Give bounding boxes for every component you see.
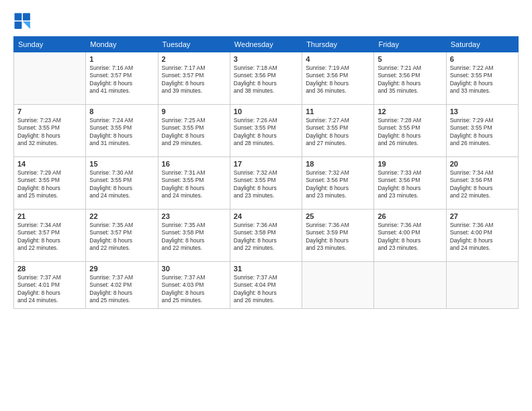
day-number: 1 — [89, 55, 154, 63]
calendar-cell: 3Sunrise: 7:18 AM Sunset: 3:56 PM Daylig… — [230, 52, 302, 105]
day-number: 5 — [378, 55, 442, 63]
weekday-header-monday: Monday — [86, 37, 158, 52]
weekday-header-tuesday: Tuesday — [158, 37, 230, 52]
calendar-cell: 21Sunrise: 7:34 AM Sunset: 3:57 PM Dayli… — [14, 210, 86, 262]
calendar-cell: 9Sunrise: 7:25 AM Sunset: 3:55 PM Daylig… — [158, 105, 230, 157]
week-row-3: 14Sunrise: 7:29 AM Sunset: 3:55 PM Dayli… — [14, 157, 519, 210]
calendar-cell: 23Sunrise: 7:35 AM Sunset: 3:58 PM Dayli… — [158, 210, 230, 262]
calendar-cell: 1Sunrise: 7:16 AM Sunset: 3:57 PM Daylig… — [86, 52, 158, 105]
day-number: 19 — [378, 160, 442, 168]
day-number: 7 — [17, 107, 82, 116]
day-number: 9 — [162, 107, 226, 116]
header — [13, 12, 519, 31]
day-info: Sunrise: 7:34 AM Sunset: 3:56 PM Dayligh… — [450, 169, 515, 200]
day-info: Sunrise: 7:31 AM Sunset: 3:55 PM Dayligh… — [162, 169, 226, 200]
day-number: 20 — [450, 160, 515, 168]
day-info: Sunrise: 7:32 AM Sunset: 3:55 PM Dayligh… — [234, 169, 298, 200]
day-info: Sunrise: 7:37 AM Sunset: 4:01 PM Dayligh… — [17, 274, 82, 305]
day-number: 11 — [306, 107, 370, 116]
day-info: Sunrise: 7:19 AM Sunset: 3:56 PM Dayligh… — [306, 64, 370, 95]
day-info: Sunrise: 7:37 AM Sunset: 4:03 PM Dayligh… — [162, 274, 226, 305]
day-info: Sunrise: 7:23 AM Sunset: 3:55 PM Dayligh… — [17, 117, 82, 148]
day-info: Sunrise: 7:36 AM Sunset: 3:58 PM Dayligh… — [234, 222, 298, 253]
weekday-header-thursday: Thursday — [302, 37, 374, 52]
day-info: Sunrise: 7:18 AM Sunset: 3:56 PM Dayligh… — [234, 64, 298, 95]
calendar-cell: 11Sunrise: 7:27 AM Sunset: 3:55 PM Dayli… — [302, 105, 374, 157]
calendar-cell: 7Sunrise: 7:23 AM Sunset: 3:55 PM Daylig… — [14, 105, 86, 157]
day-number: 10 — [234, 107, 298, 116]
calendar-cell: 8Sunrise: 7:24 AM Sunset: 3:55 PM Daylig… — [86, 105, 158, 157]
day-number: 17 — [234, 160, 298, 168]
day-number: 26 — [378, 212, 442, 220]
weekday-header-friday: Friday — [374, 37, 446, 52]
day-number: 21 — [17, 212, 82, 220]
day-number: 28 — [17, 265, 82, 273]
day-number: 22 — [89, 212, 154, 220]
day-info: Sunrise: 7:34 AM Sunset: 3:57 PM Dayligh… — [17, 222, 82, 253]
day-number: 14 — [17, 160, 82, 168]
day-number: 16 — [162, 160, 226, 168]
calendar-cell — [446, 262, 518, 309]
calendar-cell: 31Sunrise: 7:37 AM Sunset: 4:04 PM Dayli… — [230, 262, 302, 309]
svg-rect-2 — [15, 21, 22, 29]
day-number: 27 — [450, 212, 515, 220]
day-info: Sunrise: 7:35 AM Sunset: 3:58 PM Dayligh… — [162, 222, 226, 253]
calendar-cell: 12Sunrise: 7:28 AM Sunset: 3:55 PM Dayli… — [374, 105, 446, 157]
day-number: 12 — [378, 107, 442, 116]
weekday-header-row: SundayMondayTuesdayWednesdayThursdayFrid… — [14, 37, 519, 52]
day-info: Sunrise: 7:36 AM Sunset: 4:00 PM Dayligh… — [450, 222, 515, 253]
day-number: 31 — [234, 265, 298, 273]
week-row-4: 21Sunrise: 7:34 AM Sunset: 3:57 PM Dayli… — [14, 210, 519, 262]
day-number: 24 — [234, 212, 298, 220]
calendar-cell: 22Sunrise: 7:35 AM Sunset: 3:57 PM Dayli… — [86, 210, 158, 262]
calendar-cell: 19Sunrise: 7:33 AM Sunset: 3:56 PM Dayli… — [374, 157, 446, 210]
calendar-cell: 18Sunrise: 7:32 AM Sunset: 3:56 PM Dayli… — [302, 157, 374, 210]
calendar-cell: 6Sunrise: 7:22 AM Sunset: 3:55 PM Daylig… — [446, 52, 518, 105]
day-number: 13 — [450, 107, 515, 116]
calendar-cell: 4Sunrise: 7:19 AM Sunset: 3:56 PM Daylig… — [302, 52, 374, 105]
svg-rect-1 — [23, 13, 30, 21]
calendar-table: SundayMondayTuesdayWednesdayThursdayFrid… — [13, 36, 519, 309]
calendar-cell: 15Sunrise: 7:30 AM Sunset: 3:55 PM Dayli… — [86, 157, 158, 210]
calendar-cell: 29Sunrise: 7:37 AM Sunset: 4:02 PM Dayli… — [86, 262, 158, 309]
weekday-header-saturday: Saturday — [446, 37, 518, 52]
day-info: Sunrise: 7:36 AM Sunset: 4:00 PM Dayligh… — [378, 222, 442, 253]
weekday-header-sunday: Sunday — [14, 37, 86, 52]
day-info: Sunrise: 7:29 AM Sunset: 3:55 PM Dayligh… — [17, 169, 82, 200]
calendar-cell: 28Sunrise: 7:37 AM Sunset: 4:01 PM Dayli… — [14, 262, 86, 309]
day-info: Sunrise: 7:28 AM Sunset: 3:55 PM Dayligh… — [378, 117, 442, 148]
calendar-cell: 27Sunrise: 7:36 AM Sunset: 4:00 PM Dayli… — [446, 210, 518, 262]
day-info: Sunrise: 7:37 AM Sunset: 4:02 PM Dayligh… — [89, 274, 154, 305]
day-info: Sunrise: 7:27 AM Sunset: 3:55 PM Dayligh… — [306, 117, 370, 148]
day-number: 8 — [89, 107, 154, 116]
logo-icon — [13, 12, 32, 31]
calendar-cell: 5Sunrise: 7:21 AM Sunset: 3:56 PM Daylig… — [374, 52, 446, 105]
day-number: 29 — [89, 265, 154, 273]
day-info: Sunrise: 7:29 AM Sunset: 3:55 PM Dayligh… — [450, 117, 515, 148]
day-number: 30 — [162, 265, 226, 273]
svg-rect-0 — [15, 13, 22, 21]
day-number: 25 — [306, 212, 370, 220]
svg-marker-3 — [23, 21, 30, 29]
calendar-cell: 24Sunrise: 7:36 AM Sunset: 3:58 PM Dayli… — [230, 210, 302, 262]
week-row-5: 28Sunrise: 7:37 AM Sunset: 4:01 PM Dayli… — [14, 262, 519, 309]
day-number: 15 — [89, 160, 154, 168]
calendar-cell — [374, 262, 446, 309]
calendar-cell: 17Sunrise: 7:32 AM Sunset: 3:55 PM Dayli… — [230, 157, 302, 210]
day-number: 3 — [234, 55, 298, 63]
day-info: Sunrise: 7:22 AM Sunset: 3:55 PM Dayligh… — [450, 64, 515, 95]
day-number: 18 — [306, 160, 370, 168]
day-number: 4 — [306, 55, 370, 63]
day-number: 23 — [162, 212, 226, 220]
calendar-cell: 14Sunrise: 7:29 AM Sunset: 3:55 PM Dayli… — [14, 157, 86, 210]
day-info: Sunrise: 7:21 AM Sunset: 3:56 PM Dayligh… — [378, 64, 442, 95]
day-info: Sunrise: 7:36 AM Sunset: 3:59 PM Dayligh… — [306, 222, 370, 253]
week-row-1: 1Sunrise: 7:16 AM Sunset: 3:57 PM Daylig… — [14, 52, 519, 105]
logo — [13, 12, 34, 31]
day-info: Sunrise: 7:35 AM Sunset: 3:57 PM Dayligh… — [89, 222, 154, 253]
day-info: Sunrise: 7:30 AM Sunset: 3:55 PM Dayligh… — [89, 169, 154, 200]
calendar-cell: 16Sunrise: 7:31 AM Sunset: 3:55 PM Dayli… — [158, 157, 230, 210]
day-info: Sunrise: 7:25 AM Sunset: 3:55 PM Dayligh… — [162, 117, 226, 148]
day-info: Sunrise: 7:17 AM Sunset: 3:57 PM Dayligh… — [162, 64, 226, 95]
weekday-header-wednesday: Wednesday — [230, 37, 302, 52]
